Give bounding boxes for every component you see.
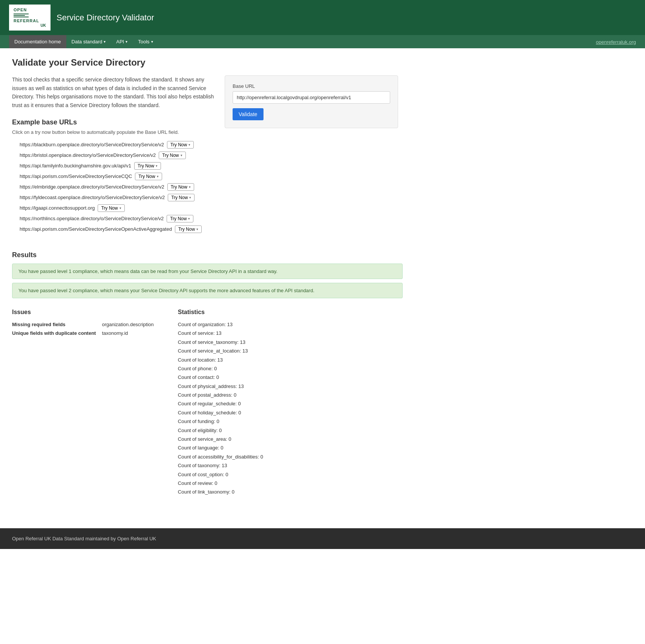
- try-now-caret-5: ▾: [189, 196, 191, 199]
- issue-value-1: taxonomy.id: [102, 329, 159, 337]
- alert-level2: You have passed level 2 compliance, whic…: [12, 283, 403, 298]
- logo-uk: UK: [41, 23, 46, 28]
- statistics-column: Statistics Count of organization: 13 Cou…: [178, 309, 263, 497]
- page-title: Validate your Service Directory: [12, 57, 403, 68]
- issues-title: Issues: [12, 309, 160, 316]
- stat-item: Count of holiday_schedule: 0: [178, 408, 263, 417]
- try-now-caret-7: ▾: [188, 217, 190, 221]
- try-now-button-5[interactable]: Try Now ▾: [168, 194, 195, 201]
- logo-open: OPEN: [14, 8, 27, 12]
- try-now-caret-6: ▾: [120, 206, 121, 210]
- nav-item-api[interactable]: API ▾: [111, 35, 133, 48]
- url-text: https://api.porism.com/ServiceDirectoryS…: [20, 226, 172, 232]
- stat-item: Count of service_area: 0: [178, 435, 263, 443]
- stat-item: Count of link_taxonomy: 0: [178, 488, 263, 496]
- issues-stats-section: Issues Missing required fields organizat…: [12, 309, 403, 497]
- footer-text: Open Referral UK Data Standard maintaine…: [12, 536, 117, 541]
- url-text: https://lgaapi.connecttosupport.org: [20, 205, 95, 211]
- stat-item: Count of organization: 13: [178, 320, 263, 329]
- table-row: Unique fields with duplicate content tax…: [12, 329, 160, 337]
- nav-right: openreferraluk.org: [596, 39, 636, 45]
- try-now-button-0[interactable]: Try Now ▾: [167, 141, 194, 149]
- try-now-caret-1: ▾: [181, 153, 182, 157]
- stat-item: Count of language: 0: [178, 443, 263, 452]
- try-now-button-4[interactable]: Try Now ▾: [167, 183, 194, 191]
- stat-item: Count of eligibility: 0: [178, 426, 263, 435]
- nav-item-tools[interactable]: Tools ▾: [133, 35, 158, 48]
- stat-item: Count of service_taxonomy: 13: [178, 338, 263, 347]
- issues-column: Issues Missing required fields organizat…: [12, 309, 160, 497]
- try-now-caret-3: ▾: [157, 175, 159, 178]
- try-now-caret-2: ▾: [156, 164, 158, 168]
- left-column: This tool checks that a specific service…: [12, 75, 216, 236]
- url-list: https://blackburn.openplace.directory/o/…: [12, 141, 216, 233]
- url-text: https://api.porism.com/ServiceDirectoryS…: [20, 173, 132, 179]
- logo-referral: REFERRAL: [14, 18, 39, 23]
- validate-button[interactable]: Validate: [233, 108, 264, 120]
- stat-item: Count of accessibility_for_disabilities:…: [178, 452, 263, 461]
- list-item: https://elmbridge.openplace.directory/o/…: [20, 183, 216, 191]
- url-text: https://elmbridge.openplace.directory/o/…: [20, 184, 164, 190]
- stats-title: Statistics: [178, 309, 263, 316]
- stat-item: Count of funding: 0: [178, 417, 263, 426]
- url-text: https://blackburn.openplace.directory/o/…: [20, 142, 164, 147]
- issue-value-0: organization.description: [102, 320, 159, 329]
- list-item: https://blackburn.openplace.directory/o/…: [20, 141, 216, 149]
- example-intro: Click on a try now button below to autom…: [12, 129, 216, 135]
- base-url-input[interactable]: [233, 91, 390, 104]
- footer-link[interactable]: Open Referral UK: [117, 536, 156, 541]
- site-logo[interactable]: OPEN REFERRAL UK: [9, 5, 51, 31]
- try-now-button-3[interactable]: Try Now ▾: [135, 173, 162, 180]
- stat-item: Count of regular_schedule: 0: [178, 399, 263, 408]
- main-content: Validate your Service Directory This too…: [0, 48, 415, 505]
- try-now-button-7[interactable]: Try Now ▾: [167, 215, 193, 222]
- right-column: Base URL Validate: [225, 75, 398, 128]
- examples-section-title: Example base URLs: [12, 118, 216, 126]
- external-link[interactable]: openreferraluk.org: [596, 39, 636, 45]
- results-title: Results: [12, 251, 403, 259]
- list-item: https://fyldecoast.openplace.directory/o…: [20, 194, 216, 201]
- try-now-caret-4: ▾: [189, 185, 191, 189]
- list-item: https://lgaapi.connecttosupport.org Try …: [20, 204, 216, 212]
- two-col-layout: This tool checks that a specific service…: [12, 75, 403, 236]
- stat-item: Count of phone: 0: [178, 364, 263, 373]
- alert-level1: You have passed level 1 compliance, whic…: [12, 264, 403, 279]
- list-item: https://api.porism.com/ServiceDirectoryS…: [20, 173, 216, 180]
- nav-item-documentation-home[interactable]: Documentation home: [9, 35, 66, 48]
- try-now-button-1[interactable]: Try Now ▾: [159, 152, 185, 159]
- stat-item: Count of taxonomy: 13: [178, 461, 263, 470]
- site-footer: Open Referral UK Data Standard maintaine…: [0, 528, 645, 549]
- site-title: Service Directory Validator: [57, 13, 154, 23]
- intro-text: This tool checks that a specific service…: [12, 75, 216, 109]
- stats-list: Count of organization: 13 Count of servi…: [178, 320, 263, 497]
- tools-caret: ▾: [151, 40, 153, 44]
- try-now-button-2[interactable]: Try Now ▾: [134, 162, 161, 170]
- url-text: https://fyldecoast.openplace.directory/o…: [20, 195, 165, 200]
- list-item: https://northlincs.openplace.directory/o…: [20, 215, 216, 222]
- stat-item: Count of contact: 0: [178, 373, 263, 382]
- list-item: https://api.porism.com/ServiceDirectoryS…: [20, 225, 216, 233]
- stat-item: Count of review: 0: [178, 479, 263, 488]
- try-now-caret-8: ▾: [196, 227, 198, 231]
- try-now-button-6[interactable]: Try Now ▾: [98, 204, 124, 212]
- issue-label-1: Unique fields with duplicate content: [12, 329, 102, 337]
- base-url-label: Base URL: [233, 83, 390, 89]
- stat-item: Count of physical_address: 13: [178, 382, 263, 391]
- try-now-button-8[interactable]: Try Now ▾: [175, 225, 202, 233]
- stat-item: Count of location: 13: [178, 356, 263, 364]
- url-text: https://northlincs.openplace.directory/o…: [20, 216, 164, 221]
- issues-table: Missing required fields organization.des…: [12, 320, 160, 337]
- url-text: https://bristol.openplace.directory/o/Se…: [20, 152, 156, 158]
- logo-lines: [14, 14, 29, 17]
- stat-item: Count of cost_option: 0: [178, 470, 263, 479]
- list-item: https://api.familyinfo.buckinghamshire.g…: [20, 162, 216, 170]
- nav-left: Documentation home Data standard ▾ API ▾…: [9, 35, 158, 48]
- try-now-caret-0: ▾: [188, 143, 190, 147]
- nav-item-data-standard[interactable]: Data standard ▾: [66, 35, 111, 48]
- table-row: Missing required fields organization.des…: [12, 320, 160, 329]
- main-nav: Documentation home Data standard ▾ API ▾…: [0, 35, 645, 48]
- api-caret: ▾: [126, 40, 127, 44]
- url-text: https://api.familyinfo.buckinghamshire.g…: [20, 163, 131, 169]
- stat-item: Count of service: 13: [178, 329, 263, 337]
- issue-label-0: Missing required fields: [12, 320, 102, 329]
